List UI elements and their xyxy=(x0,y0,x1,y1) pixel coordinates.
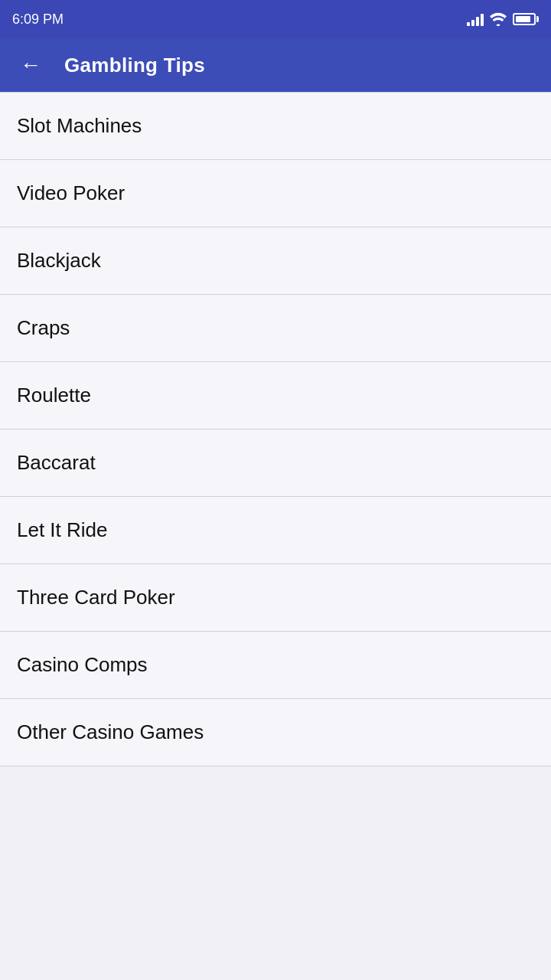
list-item-roulette[interactable]: Roulette xyxy=(0,362,551,430)
list-item-label-blackjack: Blackjack xyxy=(17,249,101,273)
list-item-label-video-poker: Video Poker xyxy=(17,181,125,205)
list-item-label-roulette: Roulette xyxy=(17,384,91,407)
status-bar: 6:09 PM xyxy=(0,0,551,38)
status-time: 6:09 PM xyxy=(12,11,64,28)
signal-icon xyxy=(467,12,484,26)
app-bar: ← Gambling Tips xyxy=(0,38,551,92)
list-item-label-let-it-ride: Let It Ride xyxy=(17,518,108,542)
back-button[interactable]: ← xyxy=(15,50,46,80)
list-item-other-casino-games[interactable]: Other Casino Games xyxy=(0,699,551,766)
list-item-label-other-casino-games: Other Casino Games xyxy=(17,720,204,744)
list-item-craps[interactable]: Craps xyxy=(0,295,551,362)
list-item-label-baccarat: Baccarat xyxy=(17,451,96,475)
status-icons xyxy=(467,12,539,26)
list-item-label-craps: Craps xyxy=(17,316,70,340)
list-item-baccarat[interactable]: Baccarat xyxy=(0,430,551,497)
list-item-label-three-card-poker: Three Card Poker xyxy=(17,586,175,609)
list-item-casino-comps[interactable]: Casino Comps xyxy=(0,632,551,699)
battery-icon xyxy=(513,13,539,25)
menu-list: Slot MachinesVideo PokerBlackjackCrapsRo… xyxy=(0,92,551,766)
list-item-video-poker[interactable]: Video Poker xyxy=(0,160,551,227)
list-item-label-casino-comps: Casino Comps xyxy=(17,653,148,677)
list-item-let-it-ride[interactable]: Let It Ride xyxy=(0,497,551,564)
list-item-three-card-poker[interactable]: Three Card Poker xyxy=(0,564,551,632)
list-item-slot-machines[interactable]: Slot Machines xyxy=(0,92,551,160)
wifi-icon xyxy=(490,12,507,26)
app-title: Gambling Tips xyxy=(64,54,205,77)
list-item-label-slot-machines: Slot Machines xyxy=(17,114,142,138)
list-item-blackjack[interactable]: Blackjack xyxy=(0,227,551,295)
